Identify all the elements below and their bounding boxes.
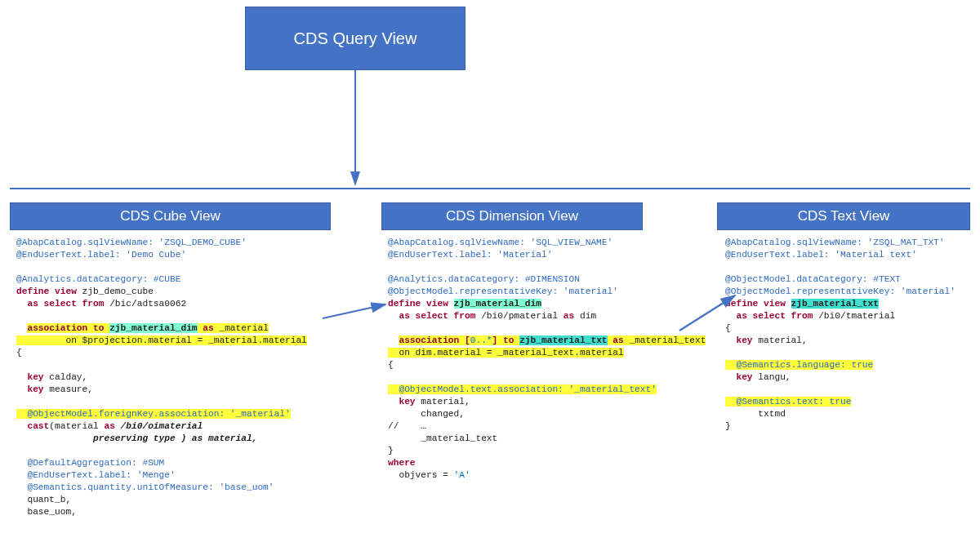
dimension-view-title: CDS Dimension View: [446, 208, 578, 224]
text-code: @AbapCatalog.sqlViewName: 'ZSQL_MAT_TXT'…: [725, 237, 974, 433]
text-view-title: CDS Text View: [798, 208, 890, 224]
text-view-header: CDS Text View: [717, 202, 970, 230]
divider-line: [10, 188, 970, 189]
cube-code: @AbapCatalog.sqlViewName: 'ZSQL_DEMO_CUB…: [16, 237, 376, 518]
dimension-view-header: CDS Dimension View: [381, 202, 643, 230]
query-view-title: CDS Query View: [294, 29, 417, 48]
dimension-code: @AbapCatalog.sqlViewName: 'SQL_VIEW_NAME…: [388, 237, 715, 482]
cube-view-title: CDS Cube View: [120, 208, 220, 224]
cube-view-header: CDS Cube View: [10, 202, 331, 230]
query-view-box: CDS Query View: [245, 7, 466, 70]
